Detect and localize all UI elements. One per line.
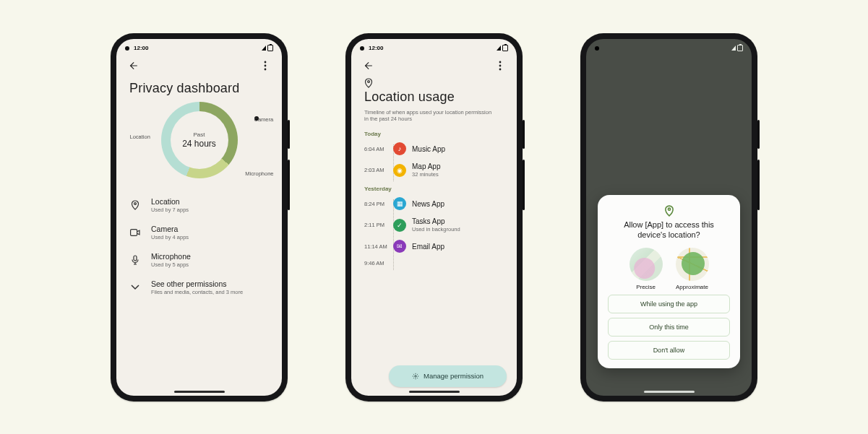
donut-center-top: Past <box>193 131 205 138</box>
timeline-time: 11:14 AM <box>364 243 387 250</box>
scrim: Allow [App] to access this device's loca… <box>586 39 752 396</box>
svg-point-1 <box>265 64 267 66</box>
row-title: Camera <box>151 225 189 233</box>
nav-handle[interactable] <box>409 391 460 393</box>
phone-privacy-dashboard: 12:00 Privacy dashboard Past <box>111 33 288 402</box>
location-icon <box>129 199 141 211</box>
donut-center-bottom: 24 hours <box>182 139 216 149</box>
permission-row-camera[interactable]: Camera Used by 4 apps <box>116 219 282 246</box>
page-title: Privacy dashboard <box>129 81 269 96</box>
app-bar <box>116 55 282 77</box>
approximate-label: Approximate <box>676 284 708 290</box>
svg-point-2 <box>265 68 267 70</box>
permission-row-other[interactable]: See other permissions Files and media, c… <box>116 274 282 301</box>
nav-handle[interactable] <box>174 391 225 393</box>
timeline-time: 8:24 PM <box>364 201 387 207</box>
timeline-row: 9:46 AM <box>364 256 517 270</box>
button-dont-allow[interactable]: Don't allow <box>608 341 730 360</box>
overflow-menu-button[interactable] <box>494 59 507 72</box>
svg-point-9 <box>368 80 370 82</box>
manage-permission-button[interactable]: Manage permission <box>389 365 507 387</box>
timeline-row[interactable]: 2:11 PM ✓ Tasks App Used in background <box>364 214 517 236</box>
row-sub: Used by 5 apps <box>151 261 191 268</box>
screen: 12:00 Location usage Timeline of when ap… <box>351 39 517 396</box>
volume-button[interactable] <box>523 160 525 210</box>
location-pin-icon <box>608 205 730 217</box>
volume-button[interactable] <box>288 160 290 210</box>
power-button[interactable] <box>288 120 290 149</box>
signal-icon <box>262 45 266 51</box>
timeline-time: 9:46 AM <box>364 260 387 266</box>
manage-permission-label: Manage permission <box>424 372 484 380</box>
precise-label: Precise <box>636 284 656 290</box>
app-icon: ♪ <box>393 142 406 155</box>
svg-rect-5 <box>134 256 137 261</box>
svg-point-6 <box>499 61 502 63</box>
svg-point-8 <box>499 68 502 70</box>
timeline-title: News App <box>412 200 444 208</box>
app-icon: ✉ <box>393 240 406 253</box>
camera-icon <box>129 227 141 238</box>
button-while-using[interactable]: While using the app <box>608 295 730 313</box>
donut-center: Past 24 hours <box>161 102 238 178</box>
back-button[interactable] <box>361 59 374 72</box>
row-title: Location <box>151 197 189 206</box>
timeline-row[interactable]: 8:24 PM ▦ News App <box>364 194 517 214</box>
permission-row-location[interactable]: Location Used by 7 apps <box>116 191 282 219</box>
choice-precise[interactable]: Precise <box>629 248 663 290</box>
page-title: Location usage <box>364 90 504 105</box>
donut-label-microphone: Microphone <box>245 170 273 177</box>
choice-approximate[interactable]: Approximate <box>676 248 709 290</box>
app-icon: ✓ <box>393 219 406 232</box>
button-only-this-time[interactable]: Only this time <box>608 318 730 337</box>
timeline-time: 6:04 AM <box>364 146 387 152</box>
front-camera-hole <box>125 46 129 51</box>
back-button[interactable] <box>126 59 139 72</box>
timeline-yesterday: 8:24 PM ▦ News App 2:11 PM ✓ Tasks App U… <box>364 194 517 270</box>
timeline-time: 2:11 PM <box>364 222 387 228</box>
svg-point-7 <box>499 64 502 66</box>
timeline-time: 2:03 AM <box>364 167 387 173</box>
timeline-sub: 32 minutes <box>412 171 440 178</box>
power-button[interactable] <box>523 120 525 149</box>
section-yesterday-label: Yesterday <box>364 186 504 192</box>
app-icon: ◉ <box>393 164 406 177</box>
page-subtitle: Timeline of when apps used your location… <box>364 109 494 123</box>
donut-label-camera: Camera <box>254 116 259 121</box>
svg-point-0 <box>265 61 267 63</box>
stage: 12:00 Privacy dashboard Past <box>0 0 868 434</box>
volume-button[interactable] <box>757 160 760 210</box>
timeline-sub: Used in background <box>412 226 460 233</box>
back-arrow-icon <box>128 61 138 71</box>
dialog-title: Allow [App] to access this device's loca… <box>614 220 724 240</box>
permission-list: Location Used by 7 apps Camera Used by 4… <box>116 191 282 301</box>
signal-icon <box>497 45 501 51</box>
status-time: 12:00 <box>134 45 148 51</box>
svg-point-3 <box>134 202 137 204</box>
timeline-row[interactable]: 6:04 AM ♪ Music App <box>364 139 517 159</box>
app-icon: ▦ <box>393 197 406 210</box>
precise-map-icon <box>629 248 663 281</box>
row-title: See other permissions <box>151 279 243 288</box>
phone-permission-dialog: Allow [App] to access this device's loca… <box>580 33 757 402</box>
location-marker-icon <box>364 78 504 88</box>
app-bar <box>351 55 517 77</box>
timeline-title: Music App <box>412 145 445 153</box>
overflow-menu-button[interactable] <box>259 59 272 72</box>
timeline-row[interactable]: 11:14 AM ✉ Email App <box>364 236 517 256</box>
nav-handle[interactable] <box>644 391 695 393</box>
battery-icon <box>502 45 508 51</box>
phone-location-usage: 12:00 Location usage Timeline of when ap… <box>345 33 523 402</box>
permission-dialog: Allow [App] to access this device's loca… <box>598 195 740 368</box>
screen: 12:00 Privacy dashboard Past <box>116 39 282 396</box>
status-time: 12:00 <box>369 45 383 51</box>
timeline-row[interactable]: 2:03 AM ◉ Map App 32 minutes <box>364 159 517 181</box>
accuracy-choices: Precise Approximate <box>608 248 730 290</box>
section-today-label: Today <box>364 131 504 137</box>
more-vert-icon <box>264 61 267 71</box>
front-camera-hole <box>360 46 364 51</box>
permission-row-microphone[interactable]: Microphone Used by 5 apps <box>116 246 282 274</box>
row-sub: Used by 7 apps <box>151 207 189 213</box>
power-button[interactable] <box>757 120 760 149</box>
row-sub: Used by 4 apps <box>151 234 189 240</box>
